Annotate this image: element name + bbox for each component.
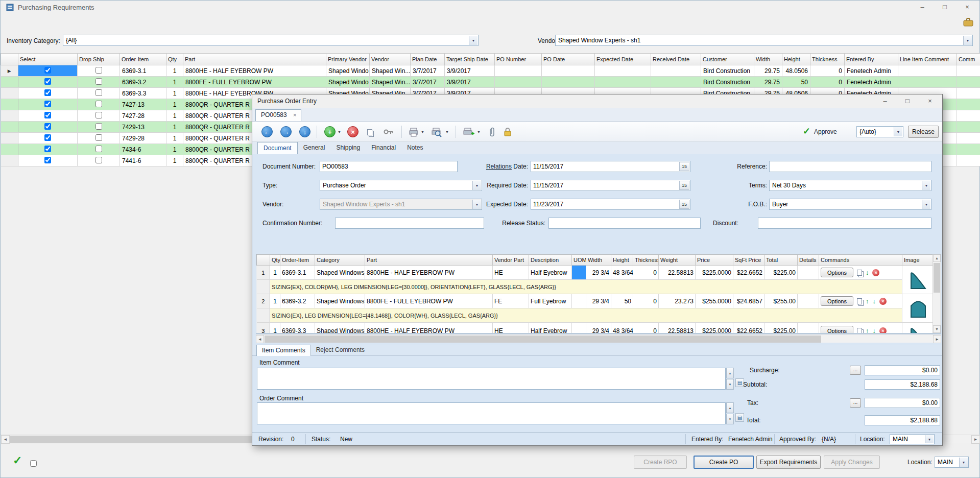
attachment-icon[interactable] (487, 127, 496, 138)
cell[interactable] (651, 77, 701, 88)
select-checkbox[interactable] (44, 67, 51, 74)
column-header[interactable]: Vendor Part (493, 255, 529, 266)
print-icon[interactable] (409, 127, 419, 137)
cell[interactable]: Shaped Windo... (326, 77, 370, 88)
inventory-category-select[interactable]: {All} ▼ (63, 35, 479, 46)
move-down-icon[interactable]: ↓ (866, 269, 869, 276)
calendar-button[interactable]: 15 (679, 162, 689, 171)
cell[interactable]: 6369-3.2 (120, 77, 166, 88)
cell[interactable]: 6369-3.1 (280, 266, 315, 280)
column-header[interactable]: Height (782, 54, 810, 65)
cell[interactable]: 29.75 (754, 77, 782, 88)
cell[interactable] (651, 65, 701, 77)
cell[interactable]: 6369-3.3 (120, 88, 166, 99)
cell[interactable]: 50 (782, 77, 810, 88)
cell[interactable] (572, 323, 586, 334)
scroll-down-button[interactable]: ▼ (933, 325, 941, 333)
dialog-close-button[interactable]: × (919, 94, 941, 108)
cell[interactable]: 0 (633, 294, 659, 308)
cell[interactable] (957, 99, 980, 110)
delete-row-icon[interactable]: × (879, 327, 887, 334)
cell[interactable]: 1 (166, 65, 183, 77)
dialog-maximize-button[interactable]: □ (896, 94, 919, 108)
cell[interactable]: Shaped Win... (370, 77, 411, 88)
cell[interactable]: 1 (166, 99, 183, 110)
cell[interactable] (78, 122, 120, 133)
column-header[interactable]: Commands (819, 255, 902, 266)
move-up-icon[interactable]: ↑ (866, 298, 869, 304)
column-header[interactable]: Details (798, 255, 819, 266)
cell[interactable]: Shaped Windo... (326, 65, 370, 77)
column-header[interactable]: Qty (270, 255, 280, 266)
column-header[interactable]: Plan Date (411, 54, 445, 65)
order-comment-scroll-down[interactable]: ▼ (726, 414, 734, 424)
options-button[interactable]: Options (821, 296, 853, 306)
cell[interactable]: 0 (633, 266, 659, 280)
location-select[interactable]: MAIN ▼ (935, 457, 969, 468)
relations-link[interactable]: Relations (486, 163, 512, 170)
select-checkbox[interactable] (44, 146, 51, 152)
cell[interactable] (542, 65, 595, 77)
row-selector-cell[interactable] (1, 133, 18, 144)
cell[interactable]: $22.6652 (733, 266, 764, 280)
cell[interactable]: 6369-3.1 (120, 65, 166, 77)
move-up-icon[interactable]: ↑ (866, 327, 869, 333)
cell[interactable] (78, 88, 120, 99)
column-header[interactable]: Width (586, 255, 611, 266)
delete-row-icon[interactable]: × (872, 269, 879, 276)
cell[interactable] (957, 144, 980, 155)
column-header[interactable]: Thickness (810, 54, 845, 65)
column-header[interactable]: Qty (166, 54, 183, 65)
cell[interactable]: Half Eyebrow (529, 323, 572, 334)
tab-document[interactable]: Document (257, 142, 298, 154)
tab-shipping[interactable]: Shipping (330, 142, 366, 154)
tab-item-comments[interactable]: Item Comments (256, 345, 311, 356)
cell[interactable] (18, 65, 78, 77)
cell[interactable]: FE (493, 294, 529, 308)
cell[interactable]: 3/9/2017 (445, 65, 495, 77)
cell[interactable] (957, 133, 980, 144)
scroll-up-button[interactable]: ▲ (933, 254, 941, 262)
column-header[interactable]: Height (611, 255, 633, 266)
item-comment-scroll-up[interactable]: ▲ (726, 368, 734, 378)
cell[interactable]: $22.6652 (733, 323, 764, 334)
lock-icon[interactable] (503, 127, 513, 137)
export-requirements-button[interactable]: Export Requirements (756, 456, 821, 469)
surcharge-value[interactable]: $0.00 (865, 365, 940, 375)
cell[interactable] (957, 110, 980, 122)
cell[interactable] (898, 65, 957, 77)
scroll-right-button[interactable]: ► (933, 335, 941, 343)
column-header[interactable]: Weight (659, 255, 696, 266)
select-checkbox[interactable] (44, 78, 51, 85)
select-checkbox[interactable] (44, 123, 51, 130)
print-setup-caret-icon[interactable]: ▼ (477, 130, 481, 134)
drop-ship-checkbox[interactable] (95, 134, 102, 141)
cell[interactable]: Shaped Windows (315, 294, 365, 308)
cell[interactable]: HE (493, 323, 529, 334)
approve-mode-select[interactable]: {Auto} ▼ (856, 126, 903, 137)
footer-checkbox[interactable] (30, 460, 37, 467)
column-header[interactable]: Thickness (633, 255, 659, 266)
cell[interactable]: 23.273 (659, 294, 696, 308)
cell[interactable]: 1 (166, 122, 183, 133)
cell[interactable] (898, 77, 957, 88)
cell[interactable]: $225.0000 (696, 266, 733, 280)
tax-options-button[interactable]: ... (850, 398, 861, 408)
po-item-row[interactable]: 1 1 6369-3.1 Shaped Windows 8800HE - HAL… (257, 266, 934, 280)
column-header[interactable]: Target Ship Date (445, 54, 495, 65)
drop-ship-checkbox[interactable] (95, 146, 102, 152)
select-checkbox[interactable] (44, 157, 51, 163)
briefcase-icon[interactable] (963, 16, 974, 28)
cell[interactable]: 0 (810, 65, 845, 77)
copy-row-icon[interactable] (857, 298, 862, 304)
cell[interactable]: 1 (270, 266, 280, 280)
scroll-left-button[interactable]: ◄ (1, 435, 10, 444)
drop-ship-checkbox[interactable] (95, 89, 102, 96)
tax-value[interactable]: $0.00 (865, 398, 940, 408)
cell[interactable]: 7429-13 (120, 122, 166, 133)
column-header[interactable]: Price (696, 255, 733, 266)
vendor-filter-select[interactable]: Shaped Window Experts - sh1 ▼ (555, 35, 973, 46)
cell[interactable] (78, 99, 120, 110)
surcharge-options-button[interactable]: ... (850, 366, 861, 375)
cell[interactable]: 8800HE - HALF EYEBROW PW (365, 266, 493, 280)
